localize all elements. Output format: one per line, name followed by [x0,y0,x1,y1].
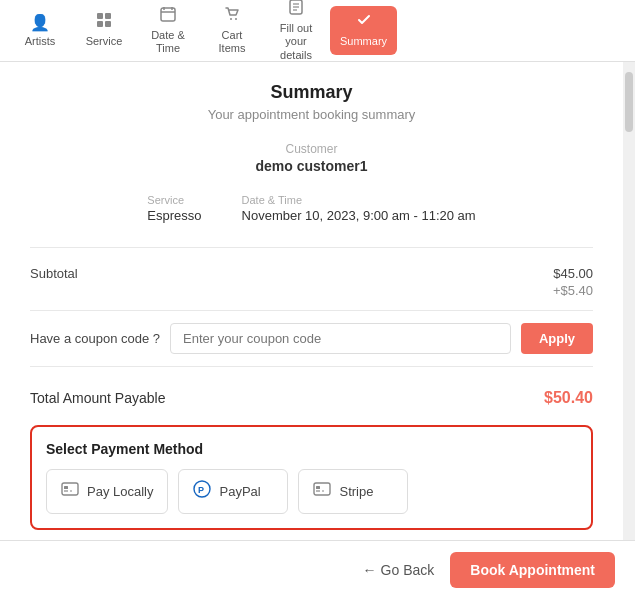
coupon-row: Have a coupon code ? Apply [30,323,593,354]
nav-artists[interactable]: 👤 Artists [10,7,70,54]
scrollbar-thumb[interactable] [625,72,633,132]
pay-locally-button[interactable]: Pay Locally [46,469,168,514]
svg-rect-1 [105,13,111,19]
service-label: Service [147,194,201,206]
customer-name: demo customer1 [30,158,593,174]
nav-cart[interactable]: Cart Items [202,0,262,61]
footer-bar: ← Go Back Book Appointment [0,540,635,598]
payment-section: Select Payment Method Pay Locally P PayP… [30,425,593,530]
scrollbar-track[interactable] [623,62,635,598]
summary-subtitle: Your appointment booking summary [30,107,593,122]
svg-rect-2 [97,21,103,27]
nav-datetime[interactable]: Date & Time [138,0,198,61]
svg-rect-0 [97,13,103,19]
stripe-label: Stripe [339,484,373,499]
paypal-icon: P [193,480,211,503]
fill-icon [288,0,304,19]
top-navigation: 👤 Artists Service Date & Time Cart Items… [0,0,635,62]
stripe-icon [313,480,331,503]
divider-2 [30,310,593,311]
svg-rect-15 [64,486,68,489]
divider-3 [30,366,593,367]
divider-1 [30,247,593,248]
pay-locally-label: Pay Locally [87,484,153,499]
summary-title: Summary [30,82,593,103]
nav-fill[interactable]: Fill out your details [266,0,326,68]
service-block: Service Espresso [147,194,201,223]
payment-options: Pay Locally P PayPal Stripe [46,469,577,514]
customer-label: Customer [30,142,593,156]
pay-locally-icon [61,480,79,503]
svg-rect-4 [161,8,175,21]
tax-value: +$5.40 [553,283,593,298]
svg-text:P: P [198,485,204,495]
nav-cart-label: Cart Items [219,29,246,55]
datetime-block: Date & Time November 10, 2023, 9:00 am -… [242,194,476,223]
svg-rect-14 [62,483,78,495]
subtotal-value: $45.00 [553,266,593,281]
go-back-arrow: ← [363,562,377,578]
nav-summary-label: Summary [340,35,387,48]
customer-section: Customer demo customer1 [30,142,593,174]
service-icon [96,12,112,32]
paypal-label: PayPal [219,484,260,499]
datetime-icon [160,6,176,26]
tax-row: +$5.40 [30,283,593,298]
nav-service[interactable]: Service [74,6,134,54]
svg-point-9 [235,18,237,20]
total-row: Total Amount Payable $50.40 [30,379,593,417]
total-label: Total Amount Payable [30,390,165,406]
stripe-button[interactable]: Stripe [298,469,408,514]
main-area: Summary Your appointment booking summary… [0,62,635,598]
nav-artists-label: Artists [25,35,56,48]
service-value: Espresso [147,208,201,223]
svg-rect-20 [314,483,330,495]
nav-datetime-label: Date & Time [151,29,185,55]
svg-rect-3 [105,21,111,27]
svg-rect-21 [316,486,320,489]
svg-point-8 [230,18,232,20]
go-back-label: Go Back [381,562,435,578]
coupon-input[interactable] [170,323,511,354]
nav-service-label: Service [86,35,123,48]
scroll-content: Summary Your appointment booking summary… [0,62,623,598]
total-value: $50.40 [544,389,593,407]
cart-icon [224,6,240,26]
datetime-value: November 10, 2023, 9:00 am - 11:20 am [242,208,476,223]
nav-fill-label: Fill out your details [280,22,312,62]
paypal-button[interactable]: P PayPal [178,469,288,514]
service-datetime: Service Espresso Date & Time November 10… [30,194,593,223]
book-appointment-button[interactable]: Book Appointment [450,552,615,588]
datetime-label: Date & Time [242,194,476,206]
subtotal-label: Subtotal [30,266,78,281]
summary-icon [356,12,372,32]
go-back-button[interactable]: ← Go Back [363,562,435,578]
nav-summary[interactable]: Summary [330,6,397,54]
artists-icon: 👤 [30,13,50,32]
payment-title: Select Payment Method [46,441,577,457]
coupon-label: Have a coupon code ? [30,331,160,346]
apply-button[interactable]: Apply [521,323,593,354]
